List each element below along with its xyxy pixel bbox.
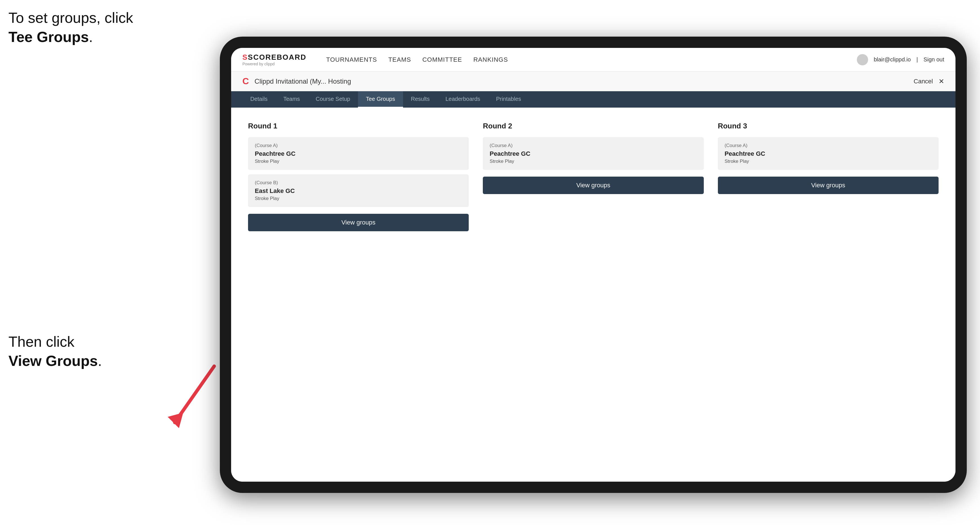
user-avatar: [857, 54, 868, 65]
tablet-device: SSCOREBOARD Powered by clippd TOURNAMENT…: [220, 37, 967, 493]
nav-right: blair@clippd.io | Sign out: [857, 54, 944, 65]
tab-printables[interactable]: Printables: [488, 91, 529, 108]
rounds-container: Round 1 (Course A) Peachtree GC Stroke P…: [248, 122, 939, 231]
instruction-bottom-line1: Then click: [8, 333, 75, 350]
user-email: blair@clippd.io: [874, 56, 911, 63]
round-1-title: Round 1: [248, 122, 469, 130]
instruction-bottom: Then click View Groups.: [8, 332, 102, 370]
nav-tournaments[interactable]: TOURNAMENTS: [326, 54, 377, 65]
round-2-course-a-card: (Course A) Peachtree GC Stroke Play: [483, 137, 703, 170]
sub-header-logo: C: [242, 76, 249, 86]
pipe-separator: |: [916, 56, 918, 63]
main-content: Round 1 (Course A) Peachtree GC Stroke P…: [231, 108, 956, 482]
round-3-title: Round 3: [718, 122, 939, 130]
nav-rankings[interactable]: RANKINGS: [473, 54, 508, 65]
svg-marker-3: [168, 413, 183, 428]
round-1-course-a-name: Peachtree GC: [255, 150, 462, 157]
round-1-course-a-format: Stroke Play: [255, 159, 462, 164]
tab-teams[interactable]: Teams: [275, 91, 308, 108]
logo-area: SSCOREBOARD Powered by clippd: [242, 53, 306, 66]
round-2-course-a-label: (Course A): [490, 143, 697, 148]
nav-items: TOURNAMENTS TEAMS COMMITTEE RANKINGS: [326, 54, 843, 65]
round-2-view-groups-button[interactable]: View groups: [483, 176, 703, 194]
instruction-view-groups: View Groups: [8, 352, 98, 369]
round-2-title: Round 2: [483, 122, 703, 130]
tab-tee-groups[interactable]: Tee Groups: [358, 91, 403, 108]
instruction-tee-groups: Tee Groups: [8, 29, 89, 45]
nav-teams[interactable]: TEAMS: [388, 54, 411, 65]
round-1-course-b-card: (Course B) East Lake GC Stroke Play: [248, 175, 469, 207]
logo-sub: Powered by clippd: [242, 62, 306, 66]
round-1-view-groups-button[interactable]: View groups: [248, 214, 469, 231]
nav-committee[interactable]: COMMITTEE: [422, 54, 462, 65]
logo-rest: SCOREBOARD: [248, 53, 306, 61]
logo-text: SSCOREBOARD: [242, 53, 306, 62]
round-1-course-a-card: (Course A) Peachtree GC Stroke Play: [248, 137, 469, 170]
top-navigation: SSCOREBOARD Powered by clippd TOURNAMENT…: [231, 48, 956, 71]
round-3-column: Round 3 (Course A) Peachtree GC Stroke P…: [718, 122, 939, 231]
sub-header: C Clippd Invitational (My... Hosting Can…: [231, 71, 956, 91]
round-3-course-a-card: (Course A) Peachtree GC Stroke Play: [718, 137, 939, 170]
round-1-column: Round 1 (Course A) Peachtree GC Stroke P…: [248, 122, 469, 231]
sign-out-link[interactable]: Sign out: [924, 56, 944, 63]
round-3-course-a-format: Stroke Play: [725, 159, 932, 164]
round-1-course-b-label: (Course B): [255, 180, 462, 186]
close-icon[interactable]: ✕: [939, 78, 944, 85]
instruction-top-line1: To set groups, click: [8, 10, 133, 26]
cancel-button[interactable]: Cancel: [914, 78, 933, 85]
round-2-course-a-name: Peachtree GC: [490, 150, 697, 157]
round-2-column: Round 2 (Course A) Peachtree GC Stroke P…: [483, 122, 703, 231]
instruction-top: To set groups, click Tee Groups.: [8, 8, 133, 46]
sub-header-title: Clippd Invitational (My... Hosting: [255, 78, 908, 85]
tab-bar: Details Teams Course Setup Tee Groups Re…: [231, 91, 956, 108]
tab-results[interactable]: Results: [403, 91, 438, 108]
tab-leaderboards[interactable]: Leaderboards: [438, 91, 488, 108]
round-3-course-a-label: (Course A): [725, 143, 932, 148]
tab-course-setup[interactable]: Course Setup: [308, 91, 358, 108]
tab-details[interactable]: Details: [242, 91, 275, 108]
instruction-top-punct: .: [89, 29, 93, 45]
tablet-screen: SSCOREBOARD Powered by clippd TOURNAMENT…: [231, 48, 956, 482]
round-3-view-groups-button[interactable]: View groups: [718, 176, 939, 194]
arrow-view-groups-icon: [118, 358, 220, 437]
round-1-course-b-name: East Lake GC: [255, 187, 462, 195]
instruction-bottom-punct: .: [98, 352, 102, 369]
round-1-course-a-label: (Course A): [255, 143, 462, 148]
round-1-course-b-format: Stroke Play: [255, 196, 462, 202]
round-3-course-a-name: Peachtree GC: [725, 150, 932, 157]
round-2-course-a-format: Stroke Play: [490, 159, 697, 164]
logo-c: S: [242, 53, 248, 61]
